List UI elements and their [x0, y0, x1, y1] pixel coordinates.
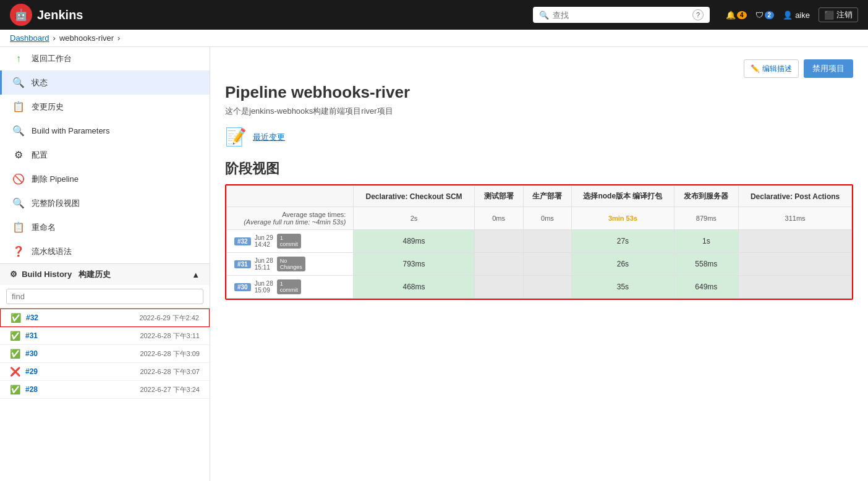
- header: 🤖 Jenkins 🔍 ? 🔔4 🛡2 👤 aike ⬛ 注销: [0, 0, 868, 30]
- avg-time-2: 0ms: [523, 207, 572, 230]
- build-30-stage-3[interactable]: 35s: [572, 276, 674, 299]
- build-list-item-32[interactable]: ✅ #32 2022-6-29 下午2:42: [0, 309, 210, 327]
- build-32-stage-1: [474, 230, 523, 253]
- recent-changes: 📝 最近变更: [225, 127, 853, 147]
- build-31-stage-4[interactable]: 558ms: [674, 253, 739, 276]
- sidebar-item-pipeline-syntax[interactable]: ❓ 流水线语法: [0, 239, 210, 263]
- build-date-32: Jun 2914:42: [255, 234, 273, 248]
- sidebar-item-pipeline-syntax-label: 流水线语法: [32, 246, 72, 257]
- sidebar-item-rename[interactable]: 📋 重命名: [0, 215, 210, 239]
- build-list-item-30[interactable]: ✅ #30 2022-6-28 下午3:09: [0, 345, 210, 363]
- sidebar-item-config[interactable]: ⚙ 配置: [0, 143, 210, 167]
- content-area: ✏️ 编辑描述 禁用项目 Pipeline webhooks-river 这个是…: [210, 47, 868, 481]
- search-icon: 🔍: [539, 11, 549, 20]
- user-label: aike: [795, 11, 810, 20]
- stage-col-3: 选择node版本 编译打包: [572, 186, 674, 207]
- recent-changes-icon: 📝: [225, 127, 247, 147]
- edit-desc-button[interactable]: ✏️ 编辑描述: [744, 59, 799, 78]
- help-icon[interactable]: ?: [692, 9, 704, 20]
- build-badge-32[interactable]: #32: [234, 237, 251, 245]
- build-badge-30[interactable]: #30: [234, 283, 251, 291]
- sidebar-item-delete-pipeline-label: 删除 Pipeline: [32, 174, 79, 185]
- table-row-31: #31 Jun 2815:11 NoChanges 793ms 26s 558m…: [227, 253, 852, 276]
- notifications-icon[interactable]: 🔔4: [726, 11, 747, 20]
- pipeline-syntax-icon: ❓: [12, 245, 25, 257]
- breadcrumb-sep2: ›: [117, 33, 120, 43]
- avg-label-cell: Average stage times: (Average full run t…: [227, 207, 354, 230]
- expand-icon[interactable]: ▲: [192, 270, 200, 279]
- sidebar-item-full-stage-view[interactable]: 🔍 完整阶段视图: [0, 191, 210, 215]
- security-icon[interactable]: 🛡2: [755, 11, 775, 20]
- build-time-29: 2022-6-28 下午3:07: [140, 367, 200, 377]
- gear-icon[interactable]: ⚙: [10, 270, 17, 279]
- top-actions: ✏️ 编辑描述 禁用项目: [225, 59, 853, 78]
- delete-pipeline-icon: 🚫: [12, 173, 25, 185]
- avg-label: Average stage times:: [282, 211, 346, 218]
- stage-col-0: Declarative: Checkout SCM: [354, 186, 474, 207]
- build-31-stage-1: [474, 253, 523, 276]
- avg-time-4: 879ms: [674, 207, 739, 230]
- build-history-title: ⚙ Build History 构建历史: [10, 269, 111, 280]
- build-commit-30: 1commit: [277, 279, 301, 294]
- build-num-31: #31: [25, 331, 38, 340]
- build-31-stage-2: [523, 253, 572, 276]
- build-30-stage-0[interactable]: 468ms: [354, 276, 474, 299]
- main-layout: ↑ 返回工作台 🔍 状态 📋 变更历史 🔍 Build with Paramet…: [0, 47, 868, 481]
- build-num-29: #29: [25, 367, 38, 376]
- change-history-icon: 📋: [12, 101, 25, 113]
- edit-icon: ✏️: [751, 64, 760, 73]
- build-status-ok-31: ✅: [10, 331, 20, 341]
- build-num-28: #28: [25, 385, 38, 394]
- logout-label: 注销: [836, 9, 853, 20]
- sidebar-item-build-with-params-label: Build with Parameters: [32, 126, 109, 135]
- build-status-fail-29: ❌: [10, 367, 20, 377]
- table-row-32: #32 Jun 2914:42 1commit 489ms 27s 1s: [227, 230, 852, 253]
- stage-view-container: Declarative: Checkout SCM 测试部署 生产部署 选择no…: [225, 184, 853, 300]
- build-params-icon: 🔍: [12, 125, 25, 137]
- security-count: 2: [765, 11, 775, 19]
- build-32-stage-2: [523, 230, 572, 253]
- header-search-box[interactable]: 🔍 ?: [533, 7, 710, 23]
- build-status-ok-28: ✅: [10, 385, 20, 394]
- disable-label: 禁用项目: [812, 64, 845, 73]
- sidebar-item-delete-pipeline[interactable]: 🚫 删除 Pipeline: [0, 167, 210, 191]
- build-32-stage-4[interactable]: 1s: [674, 230, 739, 253]
- build-search-input[interactable]: [6, 289, 203, 304]
- rename-icon: 📋: [12, 221, 25, 233]
- recent-changes-link[interactable]: 最近变更: [253, 132, 285, 143]
- build-32-stage-5: [739, 230, 852, 253]
- build-30-stage-4[interactable]: 649ms: [674, 276, 739, 299]
- build-badge-31[interactable]: #31: [234, 260, 251, 268]
- build-header-31: #31 Jun 2815:11 NoChanges: [227, 253, 354, 276]
- sidebar-item-back[interactable]: ↑ 返回工作台: [0, 47, 210, 70]
- breadcrumb-dashboard[interactable]: Dashboard: [10, 33, 49, 43]
- page-subtitle: 这个是jenkins-webhooks构建前端项目river项目: [225, 106, 853, 117]
- build-30-stage-5: [739, 276, 852, 299]
- header-icons: 🔔4 🛡2 👤 aike ⬛ 注销: [726, 7, 858, 22]
- sidebar-item-change-history[interactable]: 📋 变更历史: [0, 95, 210, 119]
- avg-time-5: 311ms: [739, 207, 852, 230]
- stage-col-empty: [227, 186, 354, 207]
- build-list-item-31[interactable]: ✅ #31 2022-6-28 下午3:11: [0, 327, 210, 345]
- sidebar-item-status[interactable]: 🔍 状态: [0, 70, 210, 95]
- build-31-stage-3[interactable]: 26s: [572, 253, 674, 276]
- sidebar-item-build-with-params[interactable]: 🔍 Build with Parameters: [0, 119, 210, 143]
- back-icon: ↑: [12, 53, 25, 64]
- status-icon: 🔍: [12, 77, 25, 88]
- build-31-stage-0[interactable]: 793ms: [354, 253, 474, 276]
- jenkins-title: Jenkins: [37, 8, 83, 22]
- build-32-stage-3[interactable]: 27s: [572, 230, 674, 253]
- build-list-item-28[interactable]: ✅ #28 2022-6-27 下午3:24: [0, 381, 210, 399]
- disable-button[interactable]: 禁用项目: [804, 59, 853, 78]
- table-row-30: #30 Jun 2815:09 1commit 468ms 35s 649ms: [227, 276, 852, 299]
- sidebar: ↑ 返回工作台 🔍 状态 📋 变更历史 🔍 Build with Paramet…: [0, 47, 210, 481]
- search-input[interactable]: [553, 11, 689, 20]
- build-32-stage-0[interactable]: 489ms: [354, 230, 474, 253]
- logout-button[interactable]: ⬛ 注销: [819, 7, 858, 22]
- edit-desc-label: 编辑描述: [762, 64, 792, 74]
- build-list-item-29[interactable]: ❌ #29 2022-6-28 下午3:07: [0, 363, 210, 381]
- user-menu[interactable]: 👤 aike: [783, 11, 810, 20]
- build-num-30: #30: [25, 349, 38, 358]
- jenkins-logo[interactable]: 🤖 Jenkins: [10, 4, 83, 26]
- sidebar-item-full-stage-view-label: 完整阶段视图: [32, 198, 80, 209]
